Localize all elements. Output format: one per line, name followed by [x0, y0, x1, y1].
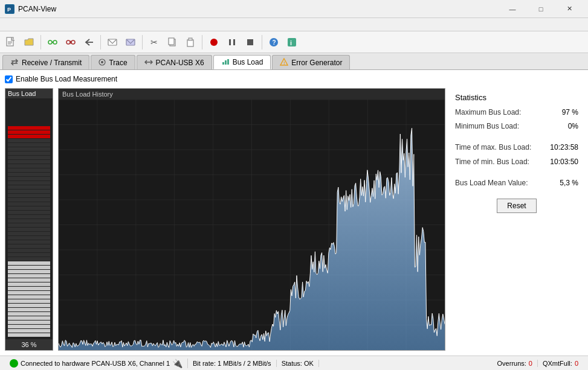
stats-row-min: Minimum Bus Load: 0%: [455, 121, 578, 132]
tab-receive-transmit-icon: [10, 58, 19, 68]
svg-text:?: ?: [273, 39, 276, 46]
tab-receive-transmit[interactable]: Receive / Transmit: [2, 55, 89, 69]
tab-bus-load[interactable]: Bus Load: [213, 55, 271, 69]
bus-meter-pct: 36 %: [5, 339, 53, 350]
status-connected-section: Connected to hardware PCAN-USB X6, Chann…: [5, 359, 188, 368]
back-button[interactable]: [80, 34, 97, 51]
stats-time-max-value: 10:23:58: [550, 142, 578, 153]
chart-title: Bus Load History: [59, 89, 445, 100]
status-ok-section: Status: OK: [277, 360, 319, 367]
stats-max-label: Maximum Bus Load:: [455, 107, 521, 118]
stats-time-min-label: Time of min. Bus Load:: [455, 156, 529, 168]
tab-bus-load-label: Bus Load: [233, 58, 263, 66]
overruns-value: 0: [529, 360, 532, 367]
svg-rect-22: [233, 39, 235, 45]
paste-button[interactable]: [182, 34, 199, 51]
tab-bar: Receive / Transmit Trace PCAN-USB X6: [0, 53, 588, 70]
svg-point-7: [53, 40, 57, 44]
toolbar-separator-5: [262, 35, 262, 49]
tab-pcan-usb[interactable]: PCAN-USB X6: [137, 55, 212, 69]
toolbar-separator-4: [202, 35, 202, 49]
tab-trace-icon: [99, 59, 106, 67]
svg-text:i: i: [290, 39, 292, 46]
tab-error-generator-icon: !: [280, 58, 288, 68]
enable-bus-load-label[interactable]: Enable Bus Load Measurement: [16, 75, 117, 83]
info-button[interactable]: i: [283, 34, 300, 51]
stats-row-mean: Bus Load Mean Value: 5,3 %: [455, 177, 578, 189]
bus-load-chart-container: Bus Load History: [58, 88, 445, 351]
svg-point-20: [210, 39, 218, 46]
tab-pcan-usb-icon: [144, 58, 153, 68]
svg-rect-23: [247, 39, 253, 45]
stats-mean-value: 5,3 %: [560, 177, 578, 189]
bus-load-canvas: [59, 100, 445, 350]
qxmt-value: 0: [575, 360, 578, 367]
tab-trace-label: Trace: [109, 59, 127, 67]
tab-bus-load-icon: [221, 57, 230, 67]
qxmt-label: QXmtFull:: [543, 360, 572, 367]
stats-min-label: Minimum Bus Load:: [455, 121, 519, 132]
svg-point-31: [101, 61, 103, 63]
toolbar-separator-3: [142, 35, 143, 49]
maximize-button[interactable]: □: [527, 0, 555, 18]
status-connected-text: Connected to hardware PCAN-USB X6, Chann…: [21, 360, 170, 367]
svg-rect-35: [227, 59, 229, 65]
toolbar-separator-1: [40, 35, 41, 49]
status-qxmt-section: QXmtFull: 0: [538, 360, 583, 367]
svg-rect-33: [222, 62, 224, 65]
toolbar: ✂ ? i: [0, 31, 588, 53]
titlebar: P PCAN-View — □ ✕: [0, 0, 588, 18]
status-indicator: [10, 359, 18, 368]
stats-max-value: 97 %: [562, 107, 578, 118]
cut-button[interactable]: ✂: [146, 34, 163, 51]
enable-bus-load-bar: Enable Bus Load Measurement: [5, 75, 583, 83]
help-button[interactable]: ?: [265, 34, 282, 51]
bus-load-meter: Bus Load 36 %: [5, 88, 53, 351]
stats-title: Statistics: [455, 93, 578, 102]
reset-button[interactable]: Reset: [497, 199, 536, 213]
tab-error-generator[interactable]: ! Error Generator: [272, 55, 350, 69]
svg-text:P: P: [7, 7, 11, 13]
stats-row-max: Maximum Bus Load: 97 %: [455, 107, 578, 118]
record-button[interactable]: [205, 34, 222, 51]
svg-rect-34: [225, 60, 227, 65]
svg-text:!: !: [283, 60, 285, 66]
tab-pcan-usb-label: PCAN-USB X6: [156, 59, 204, 67]
minimize-button[interactable]: —: [499, 0, 526, 18]
msg-in-button[interactable]: [104, 34, 121, 51]
new-button[interactable]: [2, 34, 19, 51]
bus-meter-title: Bus Load: [5, 89, 53, 98]
stop-button[interactable]: [242, 34, 259, 51]
enable-bus-load-checkbox[interactable]: [5, 75, 13, 83]
tab-receive-transmit-label: Receive / Transmit: [22, 59, 82, 67]
main-content: Enable Bus Load Measurement Bus Load 36 …: [0, 70, 588, 356]
status-bitrate-section: Bit rate: 1 MBit/s / 2 MBit/s: [188, 360, 277, 367]
close-button[interactable]: ✕: [555, 0, 583, 18]
app-icon: P: [5, 4, 15, 14]
status-bar: Connected to hardware PCAN-USB X6, Chann…: [0, 356, 588, 370]
tab-error-generator-label: Error Generator: [291, 59, 342, 67]
status-bitrate-text: Bit rate: 1 MBit/s / 2 MBit/s: [193, 360, 271, 367]
statistics-panel: Statistics Maximum Bus Load: 97 % Minimu…: [450, 88, 583, 351]
status-ok-text: Status: OK: [282, 360, 314, 367]
overruns-label: Overruns:: [497, 360, 526, 367]
disconnect-button[interactable]: [62, 34, 79, 51]
open-button[interactable]: [21, 34, 37, 51]
svg-point-9: [66, 40, 70, 44]
svg-point-10: [71, 40, 75, 44]
pause-button[interactable]: [224, 34, 241, 51]
stats-divider-2: [455, 170, 578, 175]
tab-trace[interactable]: Trace: [91, 55, 135, 69]
toolbar-separator-2: [100, 35, 101, 49]
svg-point-6: [48, 40, 52, 44]
status-overruns-section: Overruns: 0: [493, 360, 538, 367]
status-link-icon: 🔌: [172, 359, 183, 368]
stats-mean-label: Bus Load Mean Value:: [455, 177, 528, 189]
connect-button[interactable]: [44, 34, 61, 51]
msg-out-button[interactable]: [122, 34, 139, 51]
copy-button[interactable]: [164, 34, 181, 51]
content-area: Bus Load 36 % Bus Load History Statistic…: [5, 88, 583, 351]
stats-row-time-max: Time of max. Bus Load: 10:23:58: [455, 142, 578, 153]
stats-divider-1: [455, 135, 578, 139]
bus-meter-bars: [5, 98, 53, 339]
